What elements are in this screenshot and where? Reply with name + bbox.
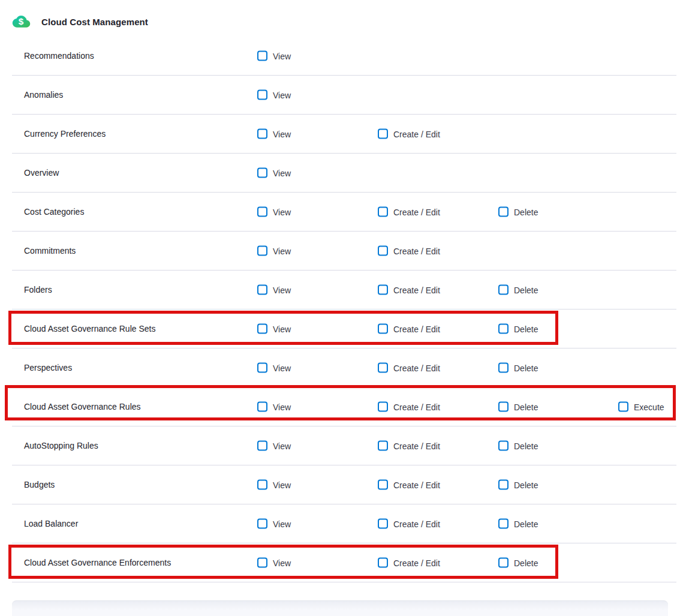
permission-cell: Delete xyxy=(498,402,538,412)
permission-cell: Delete xyxy=(498,480,538,490)
view-checkbox[interactable] xyxy=(257,441,267,451)
permission-cell: Delete xyxy=(498,324,538,334)
permission-row: Load Balancer View Create / Edit Delete xyxy=(12,504,676,543)
permission-cell: Execute xyxy=(618,402,664,412)
permission-cell: View xyxy=(257,246,291,256)
permission-row: Folders View Create / Edit Delete xyxy=(12,271,676,309)
create-edit-checkbox[interactable] xyxy=(378,441,388,451)
view-checkbox[interactable] xyxy=(257,129,267,139)
permission-label: View xyxy=(273,168,291,178)
create-edit-checkbox[interactable] xyxy=(378,324,388,334)
view-checkbox[interactable] xyxy=(257,324,267,334)
permission-cell: View xyxy=(257,480,291,490)
permission-label: Create / Edit xyxy=(393,441,440,450)
create-edit-checkbox[interactable] xyxy=(378,129,388,139)
permission-label: View xyxy=(273,558,291,567)
delete-checkbox[interactable] xyxy=(498,402,509,412)
permission-label: Create / Edit xyxy=(393,285,440,295)
permission-cell: Create / Edit xyxy=(378,441,440,451)
permission-cell: Delete xyxy=(498,558,538,568)
permission-label: Create / Edit xyxy=(393,480,440,489)
permission-label: View xyxy=(273,363,291,372)
permission-label: Create / Edit xyxy=(393,558,440,567)
view-checkbox[interactable] xyxy=(257,51,267,61)
page-title: Cloud Cost Management xyxy=(41,17,148,27)
permission-label: View xyxy=(273,51,291,61)
permission-label: View xyxy=(273,129,291,139)
permission-cell: View xyxy=(257,402,291,412)
permission-label: Delete xyxy=(514,285,538,295)
permission-label: Delete xyxy=(514,207,538,217)
permission-label: View xyxy=(273,402,291,411)
permission-label: Create / Edit xyxy=(393,207,440,217)
permission-row: Overview View xyxy=(12,154,676,193)
permission-row: Perspectives View Create / Edit Delete xyxy=(12,348,676,387)
permission-label: View xyxy=(273,285,291,295)
permission-label: View xyxy=(273,519,291,528)
view-checkbox[interactable] xyxy=(257,207,267,217)
delete-checkbox[interactable] xyxy=(498,207,509,217)
permission-row: Cloud Asset Governance Enforcements View… xyxy=(12,543,676,582)
view-checkbox[interactable] xyxy=(257,90,267,100)
delete-checkbox[interactable] xyxy=(498,519,509,529)
permission-cell: View xyxy=(257,285,291,295)
resource-label: Cloud Asset Governance Rule Sets xyxy=(24,324,155,333)
permission-label: Create / Edit xyxy=(393,324,440,333)
permission-row: Budgets View Create / Edit Delete xyxy=(12,465,676,504)
delete-checkbox[interactable] xyxy=(498,363,509,373)
create-edit-checkbox[interactable] xyxy=(378,207,388,217)
delete-checkbox[interactable] xyxy=(498,558,509,568)
permission-label: Create / Edit xyxy=(393,363,440,372)
view-checkbox[interactable] xyxy=(257,402,267,412)
delete-checkbox[interactable] xyxy=(498,441,509,451)
permission-label: View xyxy=(273,90,291,100)
delete-checkbox[interactable] xyxy=(498,285,509,295)
permission-row: Anomalies View xyxy=(12,76,676,115)
create-edit-checkbox[interactable] xyxy=(378,558,388,568)
create-edit-checkbox[interactable] xyxy=(378,246,388,256)
permission-cell: Create / Edit xyxy=(378,285,440,295)
permission-cell: Create / Edit xyxy=(378,480,440,490)
resource-label: Overview xyxy=(24,168,59,178)
view-checkbox[interactable] xyxy=(257,519,267,529)
create-edit-checkbox[interactable] xyxy=(378,402,388,412)
permission-cell: Delete xyxy=(498,441,538,451)
resource-label: Cost Categories xyxy=(24,207,84,217)
permission-label: View xyxy=(273,207,291,217)
delete-checkbox[interactable] xyxy=(498,324,509,334)
permission-cell: View xyxy=(257,51,291,61)
view-checkbox[interactable] xyxy=(257,168,267,178)
permission-row: Cost Categories View Create / Edit Delet… xyxy=(12,193,676,232)
resource-label: Folders xyxy=(24,285,52,295)
create-edit-checkbox[interactable] xyxy=(378,480,388,490)
resource-label: Recommendations xyxy=(24,51,94,61)
resource-label: Perspectives xyxy=(24,363,72,372)
delete-checkbox[interactable] xyxy=(498,480,509,490)
permission-cell: Delete xyxy=(498,207,538,217)
view-checkbox[interactable] xyxy=(257,246,267,256)
create-edit-checkbox[interactable] xyxy=(378,363,388,373)
permission-cell: View xyxy=(257,558,291,568)
view-checkbox[interactable] xyxy=(257,558,267,568)
permission-label: Delete xyxy=(514,480,538,489)
resource-label: Currency Preferences xyxy=(24,129,106,139)
create-edit-checkbox[interactable] xyxy=(378,285,388,295)
view-checkbox[interactable] xyxy=(257,285,267,295)
permissions-page: $ Cloud Cost Management Recommendations … xyxy=(0,0,680,616)
permission-label: View xyxy=(273,246,291,256)
permission-row: Cloud Asset Governance Rule Sets View Cr… xyxy=(12,309,676,348)
permission-cell: Delete xyxy=(498,363,538,373)
resource-label: Commitments xyxy=(24,246,76,256)
create-edit-checkbox[interactable] xyxy=(378,519,388,529)
view-checkbox[interactable] xyxy=(257,480,267,490)
view-checkbox[interactable] xyxy=(257,363,267,373)
resource-label: AutoStopping Rules xyxy=(24,441,98,450)
permission-row: AutoStopping Rules View Create / Edit De… xyxy=(12,426,676,465)
execute-checkbox[interactable] xyxy=(618,402,628,412)
resource-label: Cloud Asset Governance Enforcements xyxy=(24,558,171,567)
permission-cell: Delete xyxy=(498,285,538,295)
permission-cell: Create / Edit xyxy=(378,363,440,373)
cloud-dollar-icon: $ xyxy=(12,14,31,30)
permission-row: Recommendations View xyxy=(12,37,676,76)
permission-cell: Delete xyxy=(498,519,538,529)
